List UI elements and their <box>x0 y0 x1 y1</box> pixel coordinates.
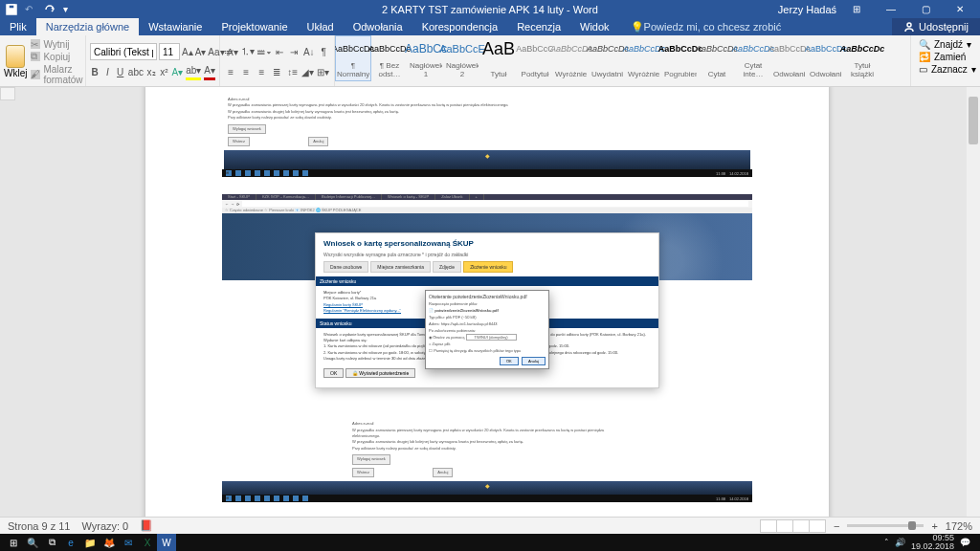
skup-tab: Dane osobowe <box>323 261 368 273</box>
replace-button[interactable]: 🔁 Zamień <box>919 52 972 62</box>
excel-icon[interactable]: X <box>138 534 157 551</box>
tab-home[interactable]: Narzędzia główne <box>36 18 139 35</box>
format-painter-button[interactable]: 🖌Malarz formatów <box>31 64 82 85</box>
tray-chevron-icon[interactable]: ˄ <box>884 538 889 547</box>
underline-button[interactable]: U <box>116 63 125 80</box>
tab-design[interactable]: Projektowanie <box>212 18 297 35</box>
tab-layout[interactable]: Układ <box>298 18 344 35</box>
select-button[interactable]: ▭ Zaznacz ▾ <box>919 64 972 75</box>
maximize-icon[interactable]: ▢ <box>911 0 940 18</box>
zoom-out-icon[interactable]: − <box>834 520 839 532</box>
font-size-select[interactable] <box>159 43 180 60</box>
tab-insert[interactable]: Wstawianie <box>139 18 212 35</box>
subscript-button[interactable]: x₂ <box>146 63 156 80</box>
tab-mailings[interactable]: Korespondencja <box>412 18 508 35</box>
shrink-font-icon[interactable]: A▾ <box>195 43 207 60</box>
tab-view[interactable]: Widok <box>570 18 619 35</box>
fwd-icon: → <box>231 202 234 207</box>
style-uwydatni-[interactable]: AaBbCcDcUwydatni… <box>590 35 626 81</box>
show-marks-icon[interactable]: ¶ <box>318 43 331 60</box>
multilevel-icon[interactable]: ⩸▾ <box>256 43 271 60</box>
style-wyr-nie-[interactable]: AaBbCcDcWyróżnie… <box>626 35 662 81</box>
style-cytat-inte-[interactable]: AaBbCcDcCytat inte… <box>735 35 771 81</box>
notifications-icon[interactable]: 💬 <box>960 538 970 547</box>
inc-indent-icon[interactable]: ⇥ <box>288 43 301 60</box>
scrollbar-thumb[interactable] <box>969 97 978 144</box>
zoom-slider[interactable] <box>847 524 924 527</box>
zoom-in-icon[interactable]: + <box>931 520 937 532</box>
numbering-icon[interactable]: ⒈▾ <box>240 43 255 60</box>
align-left-icon[interactable]: ≡ <box>224 63 237 80</box>
style--normalny[interactable]: AaBbCcDc¶ Normalny <box>335 35 371 81</box>
style-tytu-ksi-ki[interactable]: AaBbCcDcTytuł książki <box>844 35 880 81</box>
minimize-icon[interactable]: — <box>877 0 905 18</box>
dec-indent-icon[interactable]: ⇤ <box>273 43 286 60</box>
taskbar-date[interactable]: 19.02.2018 <box>911 542 954 551</box>
style-wyr-nie-[interactable]: AaBbCcDcWyróżnie… <box>553 35 590 81</box>
grow-font-icon[interactable]: A▴ <box>182 43 193 60</box>
style-tytu-[interactable]: AaBTytuł <box>480 35 517 81</box>
vertical-scrollbar[interactable] <box>967 87 980 517</box>
tab-plik[interactable]: Plik <box>0 18 36 35</box>
tray-volume-icon[interactable]: 🔊 <box>895 538 905 547</box>
style-nag-wek-2[interactable]: AaBbCcENagłówek 2 <box>444 35 480 81</box>
justify-icon[interactable]: ≣ <box>270 63 283 80</box>
highlight-button[interactable]: ab▾ <box>186 63 201 80</box>
status-page[interactable]: Strona 9 z 11 <box>8 520 70 532</box>
align-right-icon[interactable]: ≡ <box>255 63 268 80</box>
style-odwo-ani-[interactable]: AaBbCcDcOdwołani… <box>771 35 808 81</box>
save-icon[interactable] <box>6 4 17 15</box>
find-button[interactable]: 🔍 Znajdź ▾ <box>919 39 972 50</box>
tab-review[interactable]: Recenzja <box>507 18 570 35</box>
superscript-button[interactable]: x² <box>159 63 168 80</box>
redo-icon[interactable] <box>44 4 56 15</box>
edge-icon[interactable]: e <box>61 534 80 551</box>
taskview-icon[interactable]: ⧉ <box>42 534 61 551</box>
bold-button[interactable]: B <box>90 63 100 80</box>
embedded-button: Wyloguj wniosek <box>352 454 390 464</box>
borders-icon[interactable]: ⊞▾ <box>317 63 330 80</box>
tab-references[interactable]: Odwołania <box>344 18 412 35</box>
paste-button[interactable]: Wklej <box>4 45 27 78</box>
tell-me[interactable]: 💡 Powiedz mi, co chcesz zrobić <box>631 18 782 35</box>
shading-icon[interactable]: ◢▾ <box>301 63 315 80</box>
ribbon-options-icon[interactable]: ⊞ <box>842 0 871 18</box>
zoom-level[interactable]: 172% <box>946 520 972 532</box>
cut-button[interactable]: ✂Wytnij <box>31 39 82 50</box>
firefox-icon[interactable]: 🦊 <box>100 534 119 551</box>
font-color-button[interactable]: A▾ <box>204 63 215 80</box>
status-words[interactable]: Wyrazy: 0 <box>81 520 128 532</box>
style-cytat[interactable]: AaBbCcDcCytat <box>699 35 735 81</box>
ruler-toggle[interactable] <box>0 87 15 100</box>
sort-icon[interactable]: A↓ <box>302 43 316 60</box>
align-center-icon[interactable]: ≡ <box>239 63 253 80</box>
text-effects-icon[interactable]: A▾ <box>172 63 184 80</box>
style-podtytu-[interactable]: AaBbCcCPodtytuł <box>517 35 553 81</box>
status-lang[interactable]: 📕 <box>140 519 153 532</box>
copy-button[interactable]: ⧉Kopiuj <box>31 52 82 62</box>
bullets-icon[interactable]: ≔▾ <box>224 43 238 60</box>
qat-more-icon[interactable]: ▾ <box>63 4 75 15</box>
style-pogrubienie[interactable]: AaBbCcDcPogrubienie <box>662 35 699 81</box>
explorer-icon[interactable]: 📁 <box>80 534 100 551</box>
style-odwo-ani-[interactable]: AaBbCcDcOdwołani… <box>808 35 844 81</box>
view-buttons[interactable] <box>761 519 826 533</box>
strike-button[interactable]: abc <box>128 63 144 80</box>
outlook-icon[interactable]: ✉ <box>119 534 138 551</box>
titlebar: ↶ ▾ 2 KARTY TST zamówienie APK 14 luty -… <box>0 0 980 18</box>
embedded-time: 11:38 <box>716 496 725 501</box>
italic-button[interactable]: I <box>102 63 112 80</box>
dialog-title: Otwieranie potwierdzenieZlozeniaWniosku.… <box>429 294 546 299</box>
undo-icon[interactable]: ↶ <box>25 4 36 15</box>
close-icon[interactable]: ✕ <box>946 0 974 18</box>
share-button[interactable]: Udostępnij <box>892 18 980 35</box>
word-icon[interactable]: W <box>157 534 176 551</box>
start-icon[interactable]: ⊞ <box>4 534 23 551</box>
style--bez-odst-[interactable]: AaBbCcDc¶ Bez odst… <box>371 35 408 81</box>
document-area[interactable]: Adres e-mail W przypadku zamawiania pier… <box>0 87 980 517</box>
font-name-select[interactable] <box>90 43 157 60</box>
line-spacing-icon[interactable]: ↕≡ <box>286 63 300 80</box>
search-icon[interactable]: 🔍 <box>23 534 42 551</box>
user-name[interactable]: Jerzy Hadaś <box>778 4 836 15</box>
task-icon <box>245 170 251 176</box>
